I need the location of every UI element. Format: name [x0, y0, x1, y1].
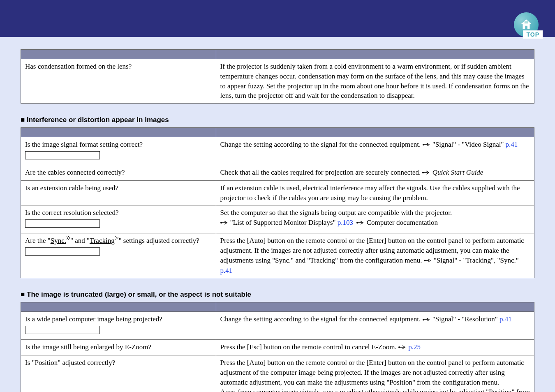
page-link[interactable]: p.41	[500, 315, 512, 323]
question-text: Is the image signal format setting corre…	[25, 141, 143, 148]
question-cell: Are the "Sync." and "Tracking" settings …	[21, 233, 216, 278]
answer-cell: Press the [Auto] button on the remote co…	[216, 233, 534, 278]
section-heading-truncated: The image is truncated (large) or small,…	[21, 291, 534, 299]
top-label[interactable]: TOP	[523, 30, 543, 39]
svg-point-3	[220, 222, 222, 224]
table-row: Are the "Sync." and "Tracking" settings …	[21, 233, 534, 278]
page-link[interactable]: p.25	[408, 343, 421, 351]
q-part: " and "	[70, 237, 90, 244]
answer-cell: Press the [Esc] button on the remote con…	[216, 339, 534, 355]
question-cell: Is an extension cable being used?	[21, 180, 216, 205]
answer-cell: If an extension cable is used, electrica…	[216, 180, 534, 205]
ref-text: "Signal" - "Resolution"	[432, 315, 500, 323]
pointer-icon	[220, 218, 229, 228]
placeholder-box	[25, 151, 100, 159]
glossary-sync[interactable]: Sync.	[51, 237, 66, 244]
svg-point-2	[422, 172, 424, 173]
svg-point-5	[424, 260, 426, 261]
svg-point-1	[423, 144, 424, 145]
table-row: Is a wide panel computer image being pro…	[21, 312, 534, 340]
svg-point-7	[398, 346, 400, 348]
question-cell: Is the image signal format setting corre…	[21, 137, 216, 165]
ref-text: "Signal" - "Tracking", "Sync."	[434, 256, 519, 264]
header-right-group: TOP	[514, 12, 539, 37]
table-truncated: Is a wide panel computer image being pro…	[21, 302, 534, 392]
answer-text: Press the [Esc] button on the remote con…	[220, 343, 398, 351]
answer-cell: If the projector is suddenly taken from …	[216, 59, 534, 104]
answer-cell: Press the [Auto] button on the remote co…	[216, 355, 534, 392]
table-row: Is an extension cable being used? If an …	[21, 180, 534, 205]
header-bar: TOP	[0, 0, 555, 37]
ref-text: Computer documentation	[367, 219, 438, 226]
glossary-icon	[66, 237, 70, 244]
ref-text: "Signal" - "Video Signal"	[432, 141, 506, 148]
pointer-icon	[398, 343, 407, 353]
answer-text: Press the [Auto] button on the remote co…	[220, 359, 530, 392]
svg-point-4	[356, 222, 358, 224]
table-row: Are the cables connected correctly? Chec…	[21, 165, 534, 180]
q-part: Are the "	[25, 237, 51, 244]
placeholder-box	[25, 326, 100, 334]
question-cell: Has condensation formed on the lens?	[21, 59, 216, 104]
glossary-tracking[interactable]: Tracking	[90, 237, 115, 244]
placeholder-box	[25, 247, 100, 256]
ref-text: "List of Supported Monitor Displays"	[230, 219, 338, 226]
page-link[interactable]: p.41	[506, 141, 518, 148]
page-link[interactable]: p.41	[220, 267, 233, 274]
table-row: Is the correct resolution selected? Set …	[21, 205, 534, 233]
question-cell: Is the correct resolution selected?	[21, 205, 216, 233]
question-cell: Is a wide panel computer image being pro…	[21, 312, 216, 340]
answer-text: Set the computer so that the signals bei…	[220, 209, 452, 217]
answer-cell: Change the setting according to the sign…	[216, 312, 534, 340]
answer-cell: Change the setting according to the sign…	[216, 137, 534, 165]
answer-text: Change the setting according to the sign…	[220, 141, 423, 148]
section-heading-interference: Interference or distortion appear in ima…	[21, 116, 534, 124]
page-link[interactable]: p.103	[338, 219, 353, 226]
question-text: Is a wide panel computer image being pro…	[25, 315, 162, 323]
placeholder-box	[25, 219, 100, 228]
page-content: Has condensation formed on the lens? If …	[0, 37, 555, 392]
q-part: " settings adjusted correctly?	[119, 237, 199, 244]
answer-cell: Set the computer so that the signals bei…	[216, 205, 534, 233]
ref-text: Quick Start Guide	[432, 168, 483, 176]
svg-rect-0	[525, 21, 528, 24]
question-cell: Are the cables connected correctly?	[21, 165, 216, 180]
answer-text: Change the setting according to the sign…	[220, 315, 423, 323]
question-cell: Is "Position" adjusted correctly?	[21, 355, 216, 392]
table-row: Is the image still being enlarged by E-Z…	[21, 339, 534, 355]
glossary-icon	[115, 237, 119, 244]
table-row: Is the image signal format setting corre…	[21, 137, 534, 165]
svg-point-6	[423, 319, 424, 321]
pointer-icon	[424, 256, 432, 266]
pointer-icon	[423, 315, 431, 325]
question-cell: Is the image still being enlarged by E-Z…	[21, 339, 216, 355]
table-interference: Is the image signal format setting corre…	[21, 127, 534, 278]
pointer-icon	[423, 140, 431, 150]
pointer-icon	[356, 218, 365, 228]
pointer-icon	[422, 168, 430, 178]
question-text: Is the correct resolution selected?	[25, 209, 119, 217]
table-row: Is "Position" adjusted correctly? Press …	[21, 355, 534, 392]
home-icon[interactable]: TOP	[514, 12, 539, 37]
answer-text: Check that all the cables required for p…	[220, 168, 423, 176]
table-row: Has condensation formed on the lens? If …	[21, 59, 534, 104]
table-condensation: Has condensation formed on the lens? If …	[21, 49, 534, 104]
answer-cell: Check that all the cables required for p…	[216, 165, 534, 180]
